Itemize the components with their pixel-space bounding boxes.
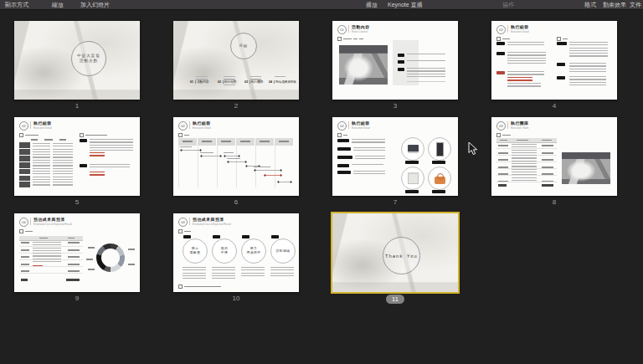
label-chip xyxy=(80,139,87,142)
col-header-dash xyxy=(39,238,48,239)
task-bar xyxy=(277,181,292,183)
slide-number-9: 9 xyxy=(14,294,140,303)
section-number-badge: 03 xyxy=(496,121,506,131)
total-value xyxy=(66,279,80,281)
toc-item-label: 預估成果與預算 xyxy=(274,80,297,84)
section-number-badge: 01 xyxy=(337,25,347,34)
toolbar-format-button[interactable]: 格式 xyxy=(584,0,596,9)
toolbar-play-button[interactable]: 播放 xyxy=(366,0,378,9)
slide-thumbnail-1[interactable]: 中捷大富翁 活動企劃 xyxy=(14,21,140,100)
section-tag xyxy=(19,133,39,137)
slide-thumbnail-6[interactable]: 02 執行細節 Execution Detail xyxy=(173,117,299,196)
header-divider xyxy=(189,121,190,129)
total-label xyxy=(498,184,507,187)
col-header-dash xyxy=(517,140,528,141)
slide-thumbnail-11-selected[interactable]: Thank You xyxy=(332,213,458,292)
toolbar-collaborate-button[interactable]: 協作 xyxy=(502,0,514,9)
text-lines xyxy=(507,83,541,88)
toolbar-view-options-button[interactable]: 顯示方式 xyxy=(5,0,28,9)
red-note xyxy=(33,265,43,267)
thank-you-text: Thank You xyxy=(385,254,418,259)
label-chip xyxy=(337,171,351,174)
slide-title: 預估成果與預算 xyxy=(193,217,224,222)
slide-title: 執行細節 xyxy=(511,24,529,29)
slide-subtitle: Estimated Cost & Expected Result xyxy=(193,223,231,226)
money-dashes xyxy=(68,242,80,277)
table-row-labels xyxy=(19,142,30,188)
result-text: 運輸量 xyxy=(190,251,201,255)
product-photo-laptop xyxy=(401,137,424,161)
task-bar xyxy=(227,161,247,163)
text-lines xyxy=(196,76,208,81)
slide-thumbnail-9[interactable]: 04 預估成果與預算 Estimated Cost & Expected Res… xyxy=(14,213,140,292)
toc-title: 目錄 xyxy=(239,44,248,49)
section-number-badge: 02 xyxy=(496,25,506,34)
red-text-lines xyxy=(90,172,105,177)
slide-thumbnail-10[interactable]: 04 預估成果與預算 Estimated Cost & Expected Res… xyxy=(173,213,299,292)
slide-subtitle: Execution Team xyxy=(511,126,528,130)
result-circle-4: 節能減碳 xyxy=(270,238,296,264)
result-text: 節能減碳 xyxy=(275,249,290,254)
section-number-badge: 04 xyxy=(178,218,188,227)
slide-number-2: 2 xyxy=(173,101,299,110)
donut-label xyxy=(88,269,95,270)
label-chip xyxy=(557,42,567,45)
red-text-lines xyxy=(90,152,105,157)
label-chip xyxy=(557,63,565,66)
toolbar-keynote-live-button[interactable]: Keynote 直播 xyxy=(388,0,423,9)
toolbar-animate-button[interactable]: 動畫效果 xyxy=(603,0,626,9)
slide-number-7: 7 xyxy=(332,197,458,207)
text-lines xyxy=(90,139,133,151)
footnote xyxy=(178,285,221,289)
toolbar-zoom-button[interactable]: 縮放 xyxy=(52,0,64,9)
text-lines xyxy=(183,267,206,279)
slide-subtitle: Execution Detail xyxy=(193,126,211,130)
slide-thumbnail-7[interactable]: 02 執行細節 Execution Detail xyxy=(332,117,458,196)
label-chip-red xyxy=(496,71,505,74)
header-divider xyxy=(507,25,508,33)
task-bar-highlight xyxy=(264,174,282,177)
slide-thumbnail-3[interactable]: 01 活動內容 Event Content xyxy=(332,21,458,100)
label-chip xyxy=(398,60,404,64)
table-cell-text xyxy=(33,242,61,264)
slide-title: 預估成果與預算 xyxy=(33,217,65,222)
slide-thumbnail-5[interactable]: 02 執行細節 Execution Detail xyxy=(14,117,140,196)
section-tag xyxy=(496,133,511,137)
text-lines xyxy=(507,71,544,75)
label-chip xyxy=(337,156,352,159)
toc-circle: 目錄 xyxy=(230,33,257,59)
toolbar: 顯示方式 縮放 加入幻燈片 播放 Keynote 直播 協作 格式 動畫效果 文… xyxy=(0,0,643,10)
timeline-header xyxy=(178,138,294,146)
toc-item-num: 02 xyxy=(218,80,221,84)
label-chip xyxy=(398,68,404,71)
donut-hole xyxy=(101,249,120,267)
table-header-dash xyxy=(44,139,53,141)
task-label xyxy=(227,158,240,159)
task-bar xyxy=(180,149,202,151)
section-tag xyxy=(337,133,347,137)
task-bar xyxy=(224,155,240,157)
cover-circle: 中捷大富翁 活動企劃 xyxy=(71,41,106,76)
header-divider xyxy=(30,218,31,225)
keynote-light-table-view: 顯示方式 縮放 加入幻燈片 播放 Keynote 直播 協作 格式 動畫效果 文… xyxy=(0,0,643,364)
slide-number-11-selected: 11 xyxy=(386,295,404,304)
label-chip xyxy=(337,164,349,167)
table-header-dash xyxy=(59,139,66,141)
row-label-dashes xyxy=(498,145,508,182)
section-tag xyxy=(557,37,568,41)
toolbar-document-button[interactable]: 文件 xyxy=(630,0,641,9)
result-circle-2: 推廣 中捷 xyxy=(212,238,237,264)
slide-number-8: 8 xyxy=(491,197,617,207)
product-label-chip xyxy=(405,190,419,193)
slide-thumbnail-2[interactable]: 目錄 01活動內容 02執行細節 03執行團隊 04預估成果與預算 xyxy=(173,21,299,100)
section-tag xyxy=(80,133,107,137)
toolbar-add-slide-button[interactable]: 加入幻燈片 xyxy=(80,0,110,9)
text-lines xyxy=(90,164,130,170)
slide-number-6: 6 xyxy=(173,197,299,207)
slide-thumbnail-8[interactable]: 03 執行團隊 Execution Team xyxy=(491,117,617,196)
slide-subtitle: Execution Detail xyxy=(511,30,529,33)
slide-number-4: 4 xyxy=(491,101,617,110)
text-lines xyxy=(407,68,445,79)
slide-title: 執行細節 xyxy=(33,120,52,126)
slide-thumbnail-4[interactable]: 02 執行細節 Execution Detail xyxy=(491,21,617,100)
